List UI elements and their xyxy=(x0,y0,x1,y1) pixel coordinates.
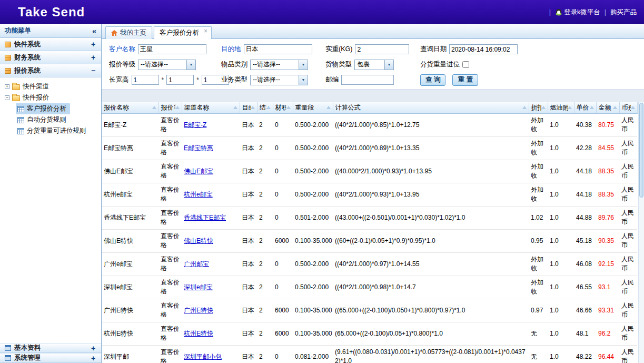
cell-currency: 人民币 xyxy=(619,229,637,252)
tree-item-auto-sorting-rules[interactable]: 自动分货规则 xyxy=(0,114,101,125)
sidebar-section-system-admin[interactable]: 系统管理 + xyxy=(0,353,101,363)
scrollbar-thumb[interactable] xyxy=(639,103,643,198)
column-header-settle[interactable]: 结算 xyxy=(257,102,273,113)
sort-icon[interactable] xyxy=(175,106,180,109)
column-header-name[interactable]: 报价名称 xyxy=(102,102,158,113)
table-row[interactable]: 香港线下E邮宝直客价格香港线下E邮宝日本200.501-2.000((43.00… xyxy=(102,206,637,229)
quote-grade-select[interactable]: --请选择-- xyxy=(138,60,196,70)
column-header-fuel[interactable]: 燃油附 xyxy=(548,102,574,113)
collapse-icon[interactable]: − xyxy=(5,95,9,100)
report-grid-icon xyxy=(17,128,24,134)
column-header-channel[interactable]: 渠道名称 xyxy=(182,102,240,113)
tab-home[interactable]: 我的主页 xyxy=(105,26,152,39)
column-header-grade[interactable]: 报价等 xyxy=(158,102,182,113)
open-folder-icon xyxy=(12,95,20,101)
cargo-type-select[interactable]: 包裹 xyxy=(354,60,394,70)
chevron-down-icon[interactable] xyxy=(384,60,393,70)
channel-link[interactable]: 杭州e邮宝 xyxy=(184,191,213,198)
channel-link[interactable]: 香港线下E邮宝 xyxy=(184,214,226,221)
channel-link[interactable]: 深圳e邮宝 xyxy=(184,283,213,291)
table-row[interactable]: 佛山E邮宝直客价格佛山E邮宝日本200.500-2.000((40.000*2/… xyxy=(102,160,637,183)
folder-icon xyxy=(12,84,20,90)
cell-discount: 外加收 xyxy=(529,276,548,299)
sort-icon[interactable] xyxy=(522,106,527,109)
search-button[interactable]: 查 询 xyxy=(420,74,445,86)
carry-weight-checkbox[interactable] xyxy=(462,61,469,68)
cell-formula: ((40*2/1.000)*0.93)*1.0+13.95 xyxy=(333,183,529,206)
tree-item-weight-carry-rules[interactable]: 分货重量可进位规则 xyxy=(0,125,101,136)
sort-icon[interactable] xyxy=(631,106,635,109)
table-row[interactable]: 广州E特快直客价格广州E特快日本260000.100-35.000((65.00… xyxy=(102,299,637,322)
tree-item-express-quote[interactable]: − 快件报价 xyxy=(0,92,101,103)
table-row[interactable]: E邮宝-Z直客价格E邮宝-Z日本200.500-2.000((40*2/1.00… xyxy=(102,113,637,136)
login-kwei-link[interactable]: 登录k微平台 xyxy=(555,8,600,17)
channel-link[interactable]: 佛山E特快 xyxy=(184,237,213,244)
chevron-down-icon[interactable] xyxy=(186,60,195,70)
table-scrollbar[interactable] xyxy=(638,102,644,363)
channel-link[interactable]: 佛山E邮宝 xyxy=(184,168,213,175)
table-row[interactable]: 广州e邮宝直客价格广州邮宝日本200.500-2.000((40*2/1.000… xyxy=(102,252,637,276)
chevron-down-icon[interactable] xyxy=(299,60,308,70)
sort-icon[interactable] xyxy=(266,106,271,109)
sort-icon[interactable] xyxy=(326,106,331,109)
column-header-volume[interactable]: 材积 xyxy=(273,102,293,113)
channel-link[interactable]: 杭州E特快 xyxy=(184,330,213,337)
item-category-select[interactable]: --请选择-- xyxy=(250,60,308,70)
column-header-range[interactable]: 重量段 xyxy=(293,102,333,113)
sort-icon[interactable] xyxy=(152,106,156,109)
separator: | xyxy=(549,8,551,16)
sort-icon[interactable] xyxy=(251,106,255,109)
table-row[interactable]: E邮宝特惠直客价格E邮宝特惠日本200.500-2.000((40*2/1.00… xyxy=(102,136,637,160)
channel-link[interactable]: 广州E特快 xyxy=(184,307,213,314)
sort-icon[interactable] xyxy=(541,106,546,109)
sort-icon[interactable] xyxy=(613,106,617,109)
reset-button[interactable]: 重 置 xyxy=(452,74,478,86)
cell-channel: 佛山E邮宝 xyxy=(182,160,240,183)
tree-item-customer-quote-analysis[interactable]: 客户报价分析 xyxy=(0,103,101,114)
chevron-down-icon[interactable] xyxy=(299,75,308,85)
column-header-dest[interactable]: 目的 xyxy=(240,102,257,113)
zip-code-field[interactable] xyxy=(341,75,394,85)
sidebar-section-express-system[interactable]: 快件系统 + xyxy=(0,38,101,51)
buy-product-link[interactable]: 购买产品 xyxy=(610,8,637,17)
tab-customer-quote-analysis[interactable]: 客户报价分析 × xyxy=(154,26,212,39)
column-header-currency[interactable]: 币别 xyxy=(619,102,637,113)
table-row[interactable]: 杭州e邮宝直客价格杭州e邮宝日本200.500-2.000((40*2/1.00… xyxy=(102,183,637,206)
customer-name-field[interactable] xyxy=(138,44,206,54)
sort-icon[interactable] xyxy=(568,106,572,109)
table-row[interactable]: 佛山E特快直客价格佛山E特快日本260000.100-35.000((60+((… xyxy=(102,229,637,252)
cell-price: 46.55 xyxy=(574,276,596,299)
destination-field[interactable] xyxy=(244,44,312,54)
channel-link[interactable]: E邮宝-Z xyxy=(184,121,206,129)
column-header-price[interactable]: 单价 xyxy=(574,102,596,113)
expand-icon[interactable]: + xyxy=(90,354,96,362)
sidebar-section-quote-system[interactable]: 报价系统 − xyxy=(0,64,101,77)
close-icon[interactable]: × xyxy=(204,27,207,35)
actual-weight-field[interactable] xyxy=(355,44,409,54)
table-row[interactable]: 深圳平邮直客价格深圳平邮小包日本200.081-2.000(9.61+((0.0… xyxy=(102,345,637,363)
expand-icon[interactable]: + xyxy=(5,84,9,89)
expand-icon[interactable]: + xyxy=(90,344,96,352)
table-row[interactable]: 深圳e邮宝直客价格深圳e邮宝日本200.500-2.000((40*2/1.00… xyxy=(102,276,637,299)
table-row[interactable]: 杭州E特快直客价格杭州E特快日本260000.100-35.000(65.000… xyxy=(102,322,637,345)
channel-link[interactable]: 广州邮宝 xyxy=(184,260,209,268)
tree-item-express-channel[interactable]: + 快件渠道 xyxy=(0,81,101,92)
column-header-discount[interactable]: 折扣 xyxy=(529,102,548,113)
channel-link[interactable]: 深圳平邮小包 xyxy=(184,353,222,360)
query-date-field[interactable] xyxy=(449,44,518,54)
sidebar-section-basic-data[interactable]: 基本资料 + xyxy=(0,343,101,353)
sidebar-section-finance-system[interactable]: 财务系统 + xyxy=(0,51,101,64)
collapse-sidebar-icon[interactable]: « xyxy=(92,27,96,35)
length-input[interactable] xyxy=(132,75,159,85)
width-input[interactable] xyxy=(166,75,194,85)
sort-icon[interactable] xyxy=(233,106,237,109)
expand-icon[interactable]: + xyxy=(90,40,96,48)
business-type-select[interactable]: --请选择-- xyxy=(250,75,308,85)
sort-icon[interactable] xyxy=(286,106,291,109)
collapse-icon[interactable]: − xyxy=(90,66,96,75)
column-header-formula[interactable]: 计算公式 xyxy=(333,102,529,113)
channel-link[interactable]: E邮宝特惠 xyxy=(184,144,213,152)
column-header-amount[interactable]: 金额 xyxy=(596,102,619,113)
sort-icon[interactable] xyxy=(590,106,594,109)
expand-icon[interactable]: + xyxy=(90,53,96,62)
